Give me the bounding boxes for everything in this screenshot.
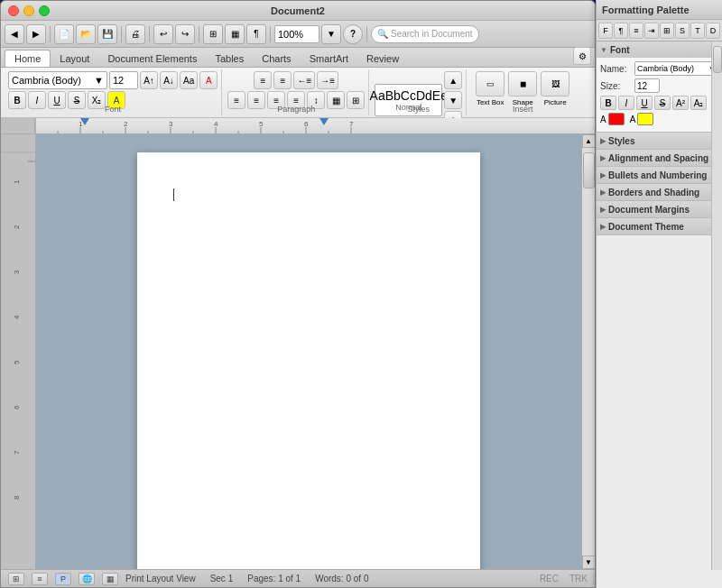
styles-arrow: ▶ — [600, 137, 606, 145]
styles-section-header[interactable]: ▶ Styles — [597, 133, 722, 149]
palette-list-btn[interactable]: ≡ — [629, 23, 643, 39]
close-button[interactable] — [8, 5, 19, 16]
clear-format-btn[interactable]: Aa — [180, 71, 198, 89]
tab-review[interactable]: Review — [357, 50, 408, 67]
maximize-button[interactable] — [39, 5, 50, 16]
shading-btn[interactable]: ▦ — [327, 91, 345, 109]
palette-scrollbar-thumb[interactable] — [713, 46, 722, 73]
zoom-display[interactable]: 100% — [274, 25, 319, 43]
style-scroll-up[interactable]: ▲ — [444, 71, 462, 89]
scrollbar-thumb[interactable] — [583, 152, 595, 188]
font-size-selector[interactable]: 12 — [109, 71, 138, 89]
decrease-indent-btn[interactable]: ←≡ — [293, 71, 315, 89]
palette-border-btn[interactable]: ⊞ — [660, 23, 674, 39]
show-btn[interactable]: ¶ — [246, 24, 266, 44]
minimize-button[interactable] — [23, 5, 34, 16]
highlight-color-swatch[interactable] — [637, 113, 653, 125]
styles-group: AaBbCcDdEe Normal ▲ ▼ ⊕ Styles — [371, 69, 467, 115]
palette-doc-btn[interactable]: D — [706, 23, 720, 39]
styles-section-label: Styles — [608, 136, 634, 146]
underline-btn[interactable]: U — [48, 91, 66, 109]
scroll-up-btn[interactable]: ▲ — [582, 134, 596, 148]
view-normal-btn[interactable]: ⊞ — [8, 573, 24, 585]
save-btn[interactable]: 💾 — [97, 24, 117, 44]
view-web-btn[interactable]: 🌐 — [79, 573, 95, 585]
svg-text:5: 5 — [13, 360, 21, 364]
font-color-swatch[interactable] — [608, 113, 625, 125]
style-scroll-down[interactable]: ▼ — [444, 91, 462, 109]
view-focus-btn[interactable]: ▦ — [102, 573, 118, 585]
increase-font-btn[interactable]: A↑ — [140, 71, 158, 89]
align-left-btn[interactable]: ≡ — [227, 91, 245, 109]
document-page[interactable] — [137, 152, 480, 569]
font-size-input[interactable]: 12 — [634, 78, 660, 93]
bullets-btn[interactable]: ≡ — [254, 71, 272, 89]
theme-section: ▶ Document Theme — [597, 218, 722, 235]
strikethrough-btn[interactable]: S — [68, 91, 86, 109]
borders-section-header[interactable]: ▶ Borders and Shading — [597, 184, 722, 200]
subscript-btn[interactable]: X₂ — [88, 91, 106, 109]
view-print-btn[interactable]: P — [55, 573, 71, 585]
search-box[interactable]: 🔍 Search in Document — [371, 25, 479, 43]
align-center-btn[interactable]: ≡ — [247, 91, 265, 109]
palette-strike-btn[interactable]: S — [654, 96, 671, 110]
palette-italic-btn[interactable]: I — [618, 96, 634, 110]
tab-layout[interactable]: Layout — [51, 50, 98, 67]
font-color-btn[interactable]: A — [199, 71, 218, 89]
document-scroll[interactable] — [35, 134, 581, 569]
font-section-header[interactable]: ▼ Font — [597, 41, 722, 58]
insert-picture-btn[interactable]: 🖼 — [541, 71, 569, 96]
bullets-section-header[interactable]: ▶ Bullets and Numbering — [597, 167, 722, 183]
insert-shape-btn[interactable]: ◼ — [508, 71, 537, 96]
bold-btn[interactable]: B — [8, 91, 26, 109]
insert-group-label: Insert — [513, 105, 533, 114]
view-outline-btn[interactable]: ≡ — [32, 573, 48, 585]
print-btn[interactable]: 🖨 — [125, 24, 145, 44]
status-words: Words: 0 of 0 — [315, 574, 368, 583]
font-name-selector[interactable]: Cambria (Body) ▼ — [8, 71, 107, 89]
increase-indent-btn[interactable]: →≡ — [317, 71, 338, 89]
tab-tables[interactable]: Tables — [206, 50, 253, 67]
back-btn[interactable]: ◀ — [5, 24, 24, 44]
palette-underline-btn[interactable]: U — [636, 96, 653, 110]
numbering-btn[interactable]: ≡ — [273, 71, 292, 89]
palette-font-btn[interactable]: F — [598, 23, 613, 39]
palette-para-btn[interactable]: ¶ — [614, 23, 628, 39]
italic-btn[interactable]: I — [28, 91, 46, 109]
help-btn[interactable]: ? — [343, 24, 363, 44]
tab-home[interactable]: Home — [5, 50, 51, 67]
col-btn[interactable]: ▦ — [225, 24, 245, 44]
palette-bold-btn[interactable]: B — [600, 96, 616, 110]
table-btn[interactable]: ⊞ — [203, 24, 223, 44]
alignment-section-header[interactable]: ▶ Alignment and Spacing — [597, 150, 722, 166]
margins-section-header[interactable]: ▶ Document Margins — [597, 201, 722, 217]
new-btn[interactable]: 📄 — [54, 24, 74, 44]
palette-tab-btn[interactable]: ⇥ — [644, 23, 659, 39]
ribbon-options-btn[interactable]: ⚙ — [573, 47, 591, 65]
font-section-content: Name: Cambria (Body) ▼ Size: 12 B I U S … — [597, 58, 722, 132]
palette-scrollbar[interactable] — [711, 41, 722, 570]
forward-btn[interactable]: ▶ — [26, 24, 46, 44]
zoom-btn[interactable]: ▼ — [321, 24, 341, 44]
insert-textbox-btn[interactable]: ▭ — [476, 71, 504, 96]
tab-smartart[interactable]: SmartArt — [301, 50, 357, 67]
redo-btn[interactable]: ↪ — [175, 24, 195, 44]
palette-subscript-btn[interactable]: A₂ — [690, 96, 707, 110]
open-btn[interactable]: 📂 — [76, 24, 96, 44]
font-name-input[interactable]: Cambria (Body) ▼ — [634, 61, 718, 76]
decrease-font-btn[interactable]: A↓ — [160, 71, 178, 89]
palette-superscript-btn[interactable]: A² — [672, 96, 689, 110]
scrollbar-track[interactable] — [582, 148, 596, 556]
font-color-label: A — [600, 115, 606, 124]
borders-btn[interactable]: ⊞ — [347, 91, 365, 109]
search-placeholder: Search in Document — [391, 29, 473, 39]
palette-style-btn[interactable]: S — [675, 23, 690, 39]
palette-theme-btn[interactable]: T — [690, 23, 705, 39]
scroll-down-btn[interactable]: ▼ — [582, 556, 596, 569]
tab-document-elements[interactable]: Document Elements — [98, 50, 206, 67]
undo-btn[interactable]: ↩ — [153, 24, 173, 44]
palette-title-bar: Formatting Palette — [597, 0, 722, 20]
margins-section-label: Document Margins — [608, 205, 690, 215]
tab-charts[interactable]: Charts — [253, 50, 300, 67]
theme-section-header[interactable]: ▶ Document Theme — [597, 218, 722, 234]
